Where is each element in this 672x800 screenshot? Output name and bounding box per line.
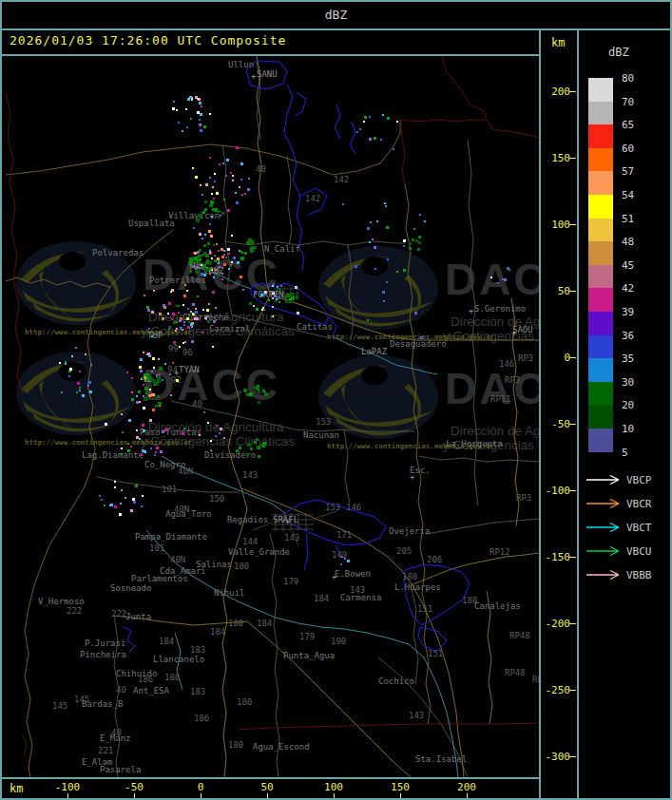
map-place-label: RP12	[490, 548, 510, 557]
radar-echo	[212, 186, 214, 188]
radar-echo	[272, 297, 274, 299]
radar-echo	[198, 260, 201, 263]
radar-echo	[369, 116, 371, 118]
radar-echo	[147, 309, 150, 312]
colorbar-block	[588, 219, 613, 242]
radar-echo	[247, 443, 251, 447]
radar-echo	[393, 148, 394, 150]
radar-echo	[221, 256, 224, 258]
legend-arrow-icon	[586, 498, 624, 509]
radar-echo	[114, 505, 117, 508]
radar-echo	[101, 499, 103, 501]
radar-echo	[143, 407, 145, 410]
legend-arrow-label: VBCP	[626, 474, 652, 486]
radar-echo	[380, 139, 382, 141]
radar-echo	[185, 108, 187, 110]
radar-echo	[205, 254, 209, 257]
map-place-label: Agua_Toro	[165, 510, 212, 519]
radar-echo	[144, 450, 146, 453]
radar-echo	[418, 236, 421, 238]
radar-echo	[189, 96, 192, 99]
radar-echo	[213, 198, 215, 200]
radar-echo	[131, 398, 134, 401]
map-place-label: 186	[138, 676, 153, 684]
x-axis-tick	[400, 793, 401, 799]
radar-echo	[198, 214, 202, 218]
radar-echo	[230, 265, 232, 267]
radar-echo	[143, 429, 145, 432]
y-axis-tick	[569, 756, 576, 757]
radar-echo	[272, 285, 274, 287]
colorbar-block	[588, 288, 613, 312]
colorbar-block	[588, 405, 613, 429]
radar-echo	[248, 178, 250, 180]
map-place-label: Punta_Agua	[283, 652, 335, 660]
radar-echo	[119, 513, 122, 516]
radar-echo	[212, 208, 215, 211]
radar-echo	[197, 111, 200, 114]
radar-echo	[87, 385, 89, 387]
radar-echo	[276, 298, 278, 300]
map-place-label: Lag.Diamante	[82, 451, 144, 460]
radar-echo	[244, 252, 247, 255]
radar-map-area[interactable]: DACCDirección de Agriculturay Contingenc…	[2, 56, 539, 777]
radar-echo	[65, 361, 67, 363]
radar-echo	[192, 266, 194, 268]
radar-echo	[194, 252, 197, 255]
radar-echo	[246, 453, 249, 456]
radar-echo	[253, 386, 256, 389]
colorbar-tick-label: 48	[622, 236, 634, 248]
map-place-label: RP3	[518, 354, 533, 363]
radar-echo	[232, 180, 234, 181]
radar-echo	[71, 355, 73, 357]
x-axis-tick	[134, 793, 135, 799]
radar-echo	[141, 454, 143, 456]
legend-arrow-label: VBCR	[626, 498, 652, 510]
map-place-label: RP3	[505, 376, 520, 385]
radar-echo	[154, 454, 156, 456]
radar-echo	[504, 278, 507, 281]
radar-echo	[211, 216, 213, 218]
radar-echo	[212, 291, 215, 294]
map-place-label: Potrerillos	[149, 276, 206, 285]
colorbar-block	[588, 148, 613, 172]
radar-echo	[182, 130, 183, 132]
radar-echo	[285, 300, 288, 303]
x-axis-tick	[467, 793, 468, 799]
map-place-label: RP48	[505, 669, 526, 677]
map-place-label: TUP	[147, 332, 163, 340]
radar-echo	[382, 291, 385, 294]
radar-echo	[196, 219, 200, 222]
radar-echo	[243, 389, 247, 392]
y-axis-tick-label: 150	[542, 152, 570, 164]
y-axis-tick	[569, 91, 576, 92]
radar-echo	[183, 321, 185, 323]
radar-echo	[172, 107, 175, 110]
radar-echo	[403, 245, 405, 247]
radar-echo	[202, 254, 204, 257]
x-axis-unit-label: km	[10, 782, 23, 795]
map-place-label: P.Jurasi	[85, 639, 125, 648]
map-place-label: 145	[52, 702, 67, 711]
radar-echo	[213, 244, 215, 246]
map-place-label: SANU	[257, 70, 278, 79]
radar-echo	[188, 321, 190, 323]
map-place-label: 143	[409, 712, 424, 720]
radar-echo	[386, 226, 389, 229]
radar-echo	[199, 434, 201, 436]
map-place-label: 221	[98, 747, 113, 755]
radar-echo	[192, 167, 194, 169]
radar-echo	[187, 326, 190, 329]
radar-echo	[76, 391, 78, 393]
y-axis-tick	[569, 623, 576, 624]
radar-echo	[219, 266, 221, 268]
radar-echo	[403, 269, 406, 272]
colorbar-tick-label: 57	[622, 165, 634, 178]
x-axis-tick-label: 0	[180, 781, 221, 793]
timestamp-label: 2026/01/03 17:26:00 UTC Composite	[10, 33, 286, 48]
map-place-label: 146	[346, 504, 361, 512]
radar-echo	[364, 116, 367, 119]
radar-echo	[216, 192, 219, 195]
radar-echo	[260, 294, 263, 296]
radar-echo	[347, 560, 350, 562]
